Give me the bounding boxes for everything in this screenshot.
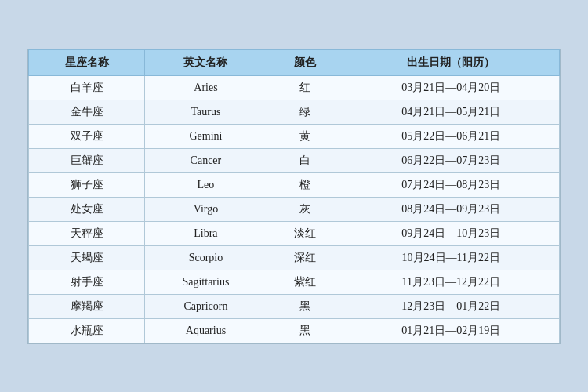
cell-color: 黑 [267, 294, 343, 318]
cell-color: 黑 [267, 318, 343, 343]
table-row: 水瓶座Aquarius黑01月21日—02月19日 [29, 318, 560, 343]
cell-english-name: Virgo [145, 197, 267, 221]
cell-color: 黄 [267, 124, 343, 148]
cell-chinese-name: 天秤座 [29, 221, 145, 245]
cell-english-name: Cancer [145, 148, 267, 172]
cell-dates: 01月21日—02月19日 [343, 318, 559, 343]
table-row: 天秤座Libra淡红09月24日—10月23日 [29, 221, 560, 245]
cell-chinese-name: 白羊座 [29, 75, 145, 100]
cell-english-name: Leo [145, 172, 267, 197]
header-chinese-name: 星座名称 [29, 49, 145, 75]
cell-dates: 07月24日—08月23日 [343, 172, 559, 197]
cell-english-name: Scorpio [145, 245, 267, 270]
table-row: 天蝎座Scorpio深红10月24日—11月22日 [29, 245, 560, 270]
cell-chinese-name: 狮子座 [29, 172, 145, 197]
table-row: 金牛座Taurus绿04月21日—05月21日 [29, 100, 560, 124]
cell-color: 灰 [267, 197, 343, 221]
cell-dates: 09月24日—10月23日 [343, 221, 559, 245]
table-row: 双子座Gemini黄05月22日—06月21日 [29, 124, 560, 148]
cell-dates: 12月23日—01月22日 [343, 294, 559, 318]
table-row: 射手座Sagittarius紫红11月23日—12月22日 [29, 270, 560, 294]
table-body: 白羊座Aries红03月21日—04月20日金牛座Taurus绿04月21日—0… [29, 75, 560, 343]
cell-color: 淡红 [267, 221, 343, 245]
cell-english-name: Aquarius [145, 318, 267, 343]
zodiac-table: 星座名称 英文名称 颜色 出生日期（阳历） 白羊座Aries红03月21日—04… [28, 49, 560, 343]
cell-chinese-name: 双子座 [29, 124, 145, 148]
cell-color: 橙 [267, 172, 343, 197]
cell-chinese-name: 摩羯座 [29, 294, 145, 318]
cell-chinese-name: 天蝎座 [29, 245, 145, 270]
header-dates: 出生日期（阳历） [343, 49, 559, 75]
table-row: 狮子座Leo橙07月24日—08月23日 [29, 172, 560, 197]
table-row: 处女座Virgo灰08月24日—09月23日 [29, 197, 560, 221]
header-english-name: 英文名称 [145, 49, 267, 75]
cell-color: 绿 [267, 100, 343, 124]
cell-english-name: Sagittarius [145, 270, 267, 294]
cell-chinese-name: 巨蟹座 [29, 148, 145, 172]
cell-english-name: Capricorn [145, 294, 267, 318]
cell-chinese-name: 金牛座 [29, 100, 145, 124]
cell-dates: 11月23日—12月22日 [343, 270, 559, 294]
cell-english-name: Libra [145, 221, 267, 245]
cell-color: 深红 [267, 245, 343, 270]
cell-chinese-name: 处女座 [29, 197, 145, 221]
cell-dates: 05月22日—06月21日 [343, 124, 559, 148]
cell-dates: 03月21日—04月20日 [343, 75, 559, 100]
cell-dates: 08月24日—09月23日 [343, 197, 559, 221]
cell-color: 红 [267, 75, 343, 100]
table-row: 摩羯座Capricorn黑12月23日—01月22日 [29, 294, 560, 318]
cell-english-name: Gemini [145, 124, 267, 148]
cell-chinese-name: 水瓶座 [29, 318, 145, 343]
cell-dates: 06月22日—07月23日 [343, 148, 559, 172]
cell-dates: 10月24日—11月22日 [343, 245, 559, 270]
table-row: 巨蟹座Cancer白06月22日—07月23日 [29, 148, 560, 172]
cell-color: 紫红 [267, 270, 343, 294]
cell-english-name: Taurus [145, 100, 267, 124]
cell-chinese-name: 射手座 [29, 270, 145, 294]
cell-english-name: Aries [145, 75, 267, 100]
table-row: 白羊座Aries红03月21日—04月20日 [29, 75, 560, 100]
cell-color: 白 [267, 148, 343, 172]
table-header-row: 星座名称 英文名称 颜色 出生日期（阳历） [29, 49, 560, 75]
zodiac-table-container: 星座名称 英文名称 颜色 出生日期（阳历） 白羊座Aries红03月21日—04… [27, 49, 561, 344]
cell-dates: 04月21日—05月21日 [343, 100, 559, 124]
header-color: 颜色 [267, 49, 343, 75]
